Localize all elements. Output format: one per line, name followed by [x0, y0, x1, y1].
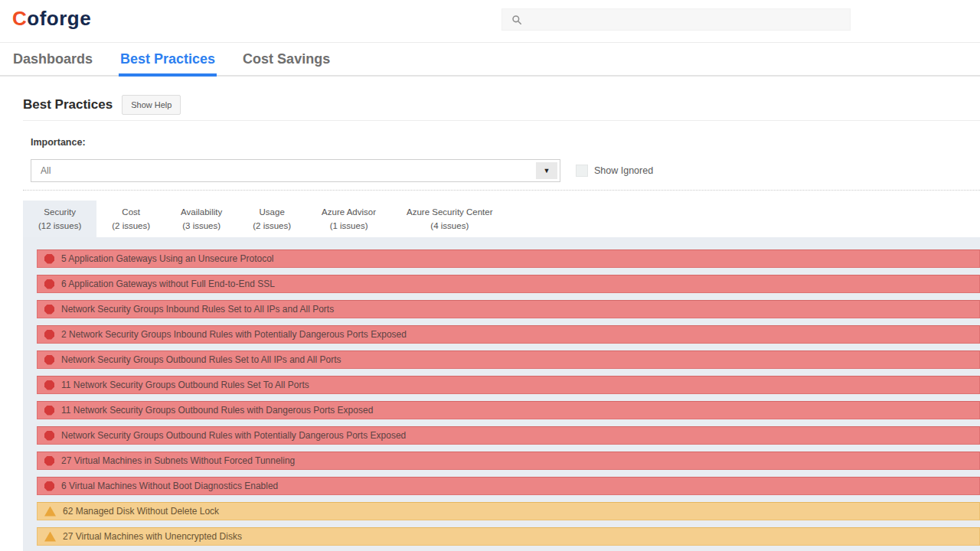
- critical-octagon-icon: [44, 481, 54, 491]
- issue-row[interactable]: 62 Managed Disk Without Delete Lock: [37, 502, 980, 520]
- issue-row[interactable]: Network Security Groups Outbound Rules w…: [37, 426, 980, 445]
- category-tab-count: (1 issues): [322, 220, 376, 233]
- issue-row[interactable]: Network Security Groups Inbound Rules Se…: [37, 300, 980, 318]
- category-tabs: Security (12 issues) Cost (2 issues) Ava…: [23, 201, 508, 237]
- tab-azure-security-center[interactable]: Azure Security Center (4 issues): [391, 201, 508, 237]
- tab-availability[interactable]: Availability (3 issues): [165, 201, 237, 237]
- category-tab-label: Availability: [181, 206, 222, 220]
- category-tab-count: (2 issues): [253, 220, 291, 233]
- critical-octagon-icon: [44, 355, 54, 365]
- issue-text: 6 Virtual Machines Without Boot Diagnost…: [61, 481, 278, 491]
- search-icon: [511, 15, 522, 25]
- logo-rest: oforge: [27, 7, 91, 30]
- search-box[interactable]: [501, 8, 851, 31]
- category-tab-label: Azure Advisor: [322, 206, 376, 220]
- critical-octagon-icon: [44, 431, 54, 441]
- category-tab-label: Azure Security Center: [407, 206, 493, 220]
- issue-text: 2 Network Security Groups Inbound Rules …: [61, 329, 407, 340]
- critical-octagon-icon: [44, 279, 54, 289]
- issue-text: 11 Network Security Groups Outbound Rule…: [61, 380, 309, 390]
- issue-text: 62 Managed Disk Without Delete Lock: [63, 506, 219, 517]
- show-ignored-checkbox[interactable]: [576, 165, 588, 177]
- critical-octagon-icon: [44, 380, 54, 390]
- show-ignored-group: Show Ignored: [576, 165, 653, 177]
- filter-row: All ▼ Show Ignored: [31, 159, 653, 182]
- issue-text: 27 Virtual Machines with Unencrypted Dis…: [63, 531, 242, 542]
- chevron-down-icon: ▼: [544, 168, 550, 174]
- issue-row[interactable]: Network Security Groups Outbound Rules S…: [37, 350, 980, 369]
- issue-row[interactable]: 27 Virtual Machines in Subnets Without F…: [37, 452, 980, 470]
- page-title: Best Practices: [23, 97, 113, 112]
- issue-row[interactable]: 2 Network Security Groups Inbound Rules …: [37, 325, 980, 344]
- issue-text: Network Security Groups Outbound Rules w…: [61, 430, 406, 441]
- nav-item-label: Cost Savings: [243, 51, 330, 67]
- issues-panel: 5 Application Gateways Using an Unsecure…: [23, 237, 980, 551]
- search-input[interactable]: [528, 9, 850, 30]
- category-tab-count: (4 issues): [407, 220, 493, 233]
- critical-octagon-icon: [44, 254, 54, 264]
- category-tab-label: Usage: [253, 206, 291, 220]
- category-tab-label: Cost: [112, 206, 150, 220]
- issue-text: 27 Virtual Machines in Subnets Without F…: [61, 455, 295, 466]
- issue-row[interactable]: 11 Network Security Groups Outbound Rule…: [37, 401, 980, 419]
- category-tab-count: (3 issues): [181, 220, 222, 233]
- nav-item-label: Best Practices: [120, 51, 215, 67]
- coforge-logo[interactable]: Coforge: [12, 7, 91, 31]
- nav-item-best-practices[interactable]: Best Practices: [119, 43, 217, 75]
- issue-text: 6 Application Gateways without Full End-…: [61, 279, 275, 289]
- category-tab-count: (12 issues): [38, 220, 81, 233]
- issue-row[interactable]: 27 Virtual Machines with Unencrypted Dis…: [37, 527, 980, 546]
- category-tab-count: (2 issues): [112, 220, 150, 233]
- critical-octagon-icon: [44, 330, 54, 340]
- page-title-row: Best Practices Show Help: [23, 95, 181, 115]
- select-arrow-button[interactable]: ▼: [536, 162, 557, 179]
- issue-row[interactable]: 6 Application Gateways without Full End-…: [37, 275, 980, 293]
- issue-text: 5 Application Gateways Using an Unsecure…: [61, 253, 273, 264]
- tab-usage[interactable]: Usage (2 issues): [237, 201, 306, 237]
- tab-azure-advisor[interactable]: Azure Advisor (1 issues): [306, 201, 391, 237]
- title-divider: [23, 120, 980, 121]
- nav-item-dashboards[interactable]: Dashboards: [11, 43, 94, 75]
- show-help-button[interactable]: Show Help: [122, 95, 181, 115]
- issue-row[interactable]: 11 Network Security Groups Outbound Rule…: [37, 376, 980, 394]
- main-navigation: Dashboards Best Practices Cost Savings: [0, 43, 980, 77]
- issue-text: Network Security Groups Inbound Rules Se…: [61, 304, 334, 315]
- importance-selected-value: All: [31, 165, 51, 176]
- critical-octagon-icon: [44, 406, 54, 416]
- category-tab-label: Security: [38, 206, 81, 220]
- issue-row[interactable]: 6 Virtual Machines Without Boot Diagnost…: [37, 477, 980, 495]
- warning-triangle-icon: [44, 532, 56, 542]
- critical-octagon-icon: [44, 305, 54, 315]
- issue-text: Network Security Groups Outbound Rules S…: [61, 354, 341, 365]
- filters-divider: [23, 190, 980, 191]
- app-header: Coforge: [0, 0, 980, 43]
- tab-security[interactable]: Security (12 issues): [23, 201, 96, 237]
- show-ignored-label: Show Ignored: [594, 165, 653, 176]
- issue-row[interactable]: 5 Application Gateways Using an Unsecure…: [37, 249, 980, 268]
- tab-cost[interactable]: Cost (2 issues): [96, 201, 165, 237]
- nav-item-label: Dashboards: [13, 51, 93, 67]
- issue-text: 11 Network Security Groups Outbound Rule…: [61, 405, 373, 416]
- importance-select[interactable]: All ▼: [31, 159, 560, 182]
- critical-octagon-icon: [44, 456, 54, 466]
- nav-item-cost-savings[interactable]: Cost Savings: [241, 43, 332, 75]
- warning-triangle-icon: [44, 507, 56, 517]
- logo-letter-c: C: [12, 7, 27, 30]
- importance-label: Importance:: [31, 137, 86, 148]
